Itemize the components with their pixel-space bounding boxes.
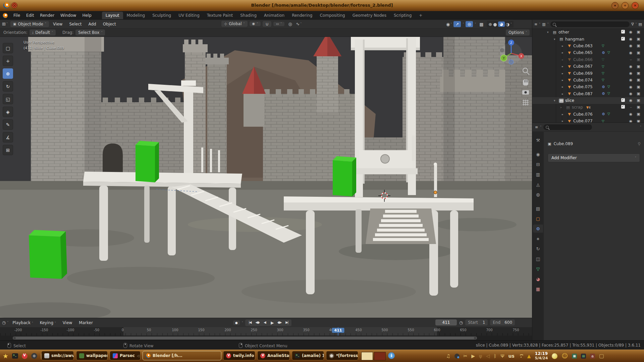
tab-world[interactable]: ◍ [533, 190, 543, 198]
object-name[interactable]: Cube.063 [572, 44, 602, 48]
breadcrumb-object-name[interactable]: Cube.089 [553, 141, 573, 146]
tab-modifiers[interactable]: ⚙ [533, 225, 543, 233]
music-player-tray-icon[interactable]: ♫ [446, 354, 450, 358]
tab-object-data[interactable]: ▽ [533, 265, 543, 273]
keyboard-layout-indicator[interactable]: us [508, 353, 515, 359]
mesh-data-icon[interactable]: ▽ [602, 71, 604, 75]
pivot-point-dropdown[interactable]: ◉ ˅ [250, 21, 261, 26]
object-name[interactable]: Cube.074 [572, 78, 602, 82]
eye-icon[interactable]: ◉ [627, 71, 635, 75]
keying-set-chevron[interactable]: ˅ [242, 321, 243, 324]
ball-tray-icon[interactable] [552, 353, 557, 359]
menu-keying[interactable]: Keying ˅ [37, 319, 59, 326]
camera-icon[interactable]: ▣ [635, 37, 642, 42]
use-preview-range-icon[interactable]: ◷ [459, 320, 463, 325]
calculator-tray-icon[interactable]: ▦ [572, 354, 577, 359]
properties-editor-icon[interactable]: ≡ [535, 125, 538, 129]
show-overlays-toggle[interactable]: ◎ [466, 21, 473, 27]
taskbar-window-twily[interactable]: twily.info ~... [223, 351, 255, 360]
camera-icon[interactable]: ▣ [635, 98, 642, 103]
properties-options-chevron[interactable]: ˅ [640, 126, 641, 129]
eye-icon[interactable]: ◉ [627, 92, 635, 96]
jump-to-end-button[interactable]: ▶| [283, 320, 290, 325]
outliner-row-object[interactable]: ▸ ▼ Cube.067 ▽ ◉▣ [532, 63, 644, 70]
outliner-row-object[interactable]: ▸ ▼ Cube.063 ▽ ◉▣ [532, 43, 644, 49]
new-collection-icon[interactable]: ▤ [639, 22, 642, 26]
timeline-editor-type-icon[interactable]: ◷ [2, 320, 6, 325]
disclosure-icon[interactable]: ▸ [560, 106, 565, 109]
taskbar-window-analiestar[interactable]: AnalieStar ... [257, 351, 290, 360]
snap-toggle[interactable]: ∪ [263, 21, 271, 27]
mesh-data-icon[interactable]: ▽ [607, 92, 610, 96]
taskbar-window-wallpaper[interactable]: wallpaperfl... [76, 351, 108, 360]
workspace-tab-rendering[interactable]: Rendering [288, 12, 316, 19]
frame-end-field[interactable]: End 600 [490, 319, 515, 325]
viewport-3d[interactable]: Z X Y [0, 37, 532, 318]
disclosure-icon[interactable]: ▸ [562, 85, 567, 88]
menu-object[interactable]: Object [100, 21, 119, 27]
tool-add-cube[interactable]: ⊞ [3, 145, 13, 155]
headset-tray-icon[interactable] [454, 354, 460, 359]
tab-render[interactable]: ◉ [533, 150, 543, 158]
timeline-scroll-handle[interactable] [13, 337, 477, 340]
camera-view-icon[interactable] [522, 90, 529, 95]
green-cube-left[interactable] [29, 230, 67, 279]
outliner-row-object[interactable]: ▸ ▼ Cube.069 ▽ ◉▣ [532, 70, 644, 76]
mesh-data-icon[interactable]: ▽ [602, 58, 604, 61]
menu-view[interactable]: View [50, 21, 65, 27]
snap-target-dropdown[interactable]: ▭ ˅ [273, 22, 285, 26]
eye-closed-icon[interactable]: ⌣ [627, 57, 635, 62]
menu-edit[interactable]: Edit [23, 12, 37, 19]
workspace-tab-modeling[interactable]: Modeling [123, 12, 149, 19]
shading-solid-icon[interactable]: ● [493, 22, 497, 26]
workspace-tab-sculpting[interactable]: Sculpting [149, 12, 175, 19]
next-keyframe-button[interactable]: ◆▶ [276, 320, 283, 325]
outliner-row-object[interactable]: ▸ ▼ Cube.076 ⚙▽ ◉▣ [532, 111, 644, 118]
workspace-tab-texture-paint[interactable]: Texture Paint [203, 12, 236, 19]
collection-checkbox[interactable] [621, 98, 625, 102]
object-name[interactable]: Cube.075 [572, 84, 602, 89]
editor-type-chevron[interactable]: ˅ [6, 22, 8, 25]
menu-add[interactable]: Add [86, 21, 99, 27]
info-tray-icon[interactable]: i [388, 352, 395, 359]
xray-toggle[interactable]: ▩ [478, 21, 485, 27]
tab-scene[interactable]: ◬ [533, 180, 543, 188]
workspace-tab-scripting[interactable]: Scripting [390, 12, 415, 19]
camera-icon[interactable]: ▣ [635, 71, 642, 75]
tab-physics[interactable]: ↻ [533, 245, 543, 253]
player-play-tray-icon[interactable]: ▶ [471, 354, 475, 358]
green-cube-guillotine[interactable] [333, 156, 356, 196]
tool-annotate[interactable]: ✎ [3, 119, 13, 130]
disclosure-icon[interactable]: ▸ [562, 78, 567, 82]
properties-search-input[interactable] [543, 124, 592, 130]
usb-tray-icon[interactable]: Ψ [501, 354, 504, 358]
auto-keying-record-button[interactable]: ● [233, 320, 240, 325]
window-titlebar[interactable]: Blender [/home/amalie/Desktop/blender/fo… [0, 0, 644, 11]
shading-material-icon[interactable]: ◕ [498, 21, 505, 27]
outliner-filter-icon[interactable]: ∇ [631, 22, 634, 26]
outliner-row-object[interactable]: ▸ ▼ Cube.075 ⚙▽ ◉▣ [532, 83, 644, 90]
wifi-tray-icon[interactable] [519, 354, 523, 358]
clipboard-scissors-tray-icon[interactable]: ✂ [464, 354, 468, 358]
menu-window[interactable]: Window [57, 12, 79, 19]
workspace-tab-animation[interactable]: Animation [260, 12, 288, 19]
menu-marker[interactable]: Marker [76, 319, 95, 326]
options-dropdown[interactable]: Options ˅ [506, 29, 530, 36]
transform-orientation-dropdown[interactable]: ⊹ Global ˅ [221, 21, 248, 27]
camera-icon[interactable]: ▣ [635, 64, 642, 69]
disclosure-icon[interactable]: ▸ [562, 113, 567, 116]
dictionary-tray-icon[interactable]: a [590, 354, 595, 359]
current-frame-field[interactable]: 411 [435, 319, 457, 325]
toggle-ortho-grid-icon[interactable] [523, 100, 529, 106]
outliner-row-object-hidden[interactable]: ▸ ▼ Cube.066 ▽ ⌣▣ [532, 56, 644, 63]
eye-icon[interactable]: ◉ [627, 30, 635, 35]
tool-transform[interactable]: ◈ [3, 107, 13, 117]
object-name[interactable]: Cube.077 [572, 119, 602, 122]
bluetooth-tray-icon[interactable]: ᛒ [494, 354, 496, 358]
close-button[interactable]: ✕ [632, 2, 639, 9]
terminal-launcher-icon[interactable] [12, 353, 18, 359]
workspace-tab-uv-editing[interactable]: UV Editing [175, 12, 203, 19]
eye-icon[interactable]: ◉ [627, 44, 635, 48]
tool-rotate[interactable]: ↻ [3, 81, 13, 92]
taskbar-window-gimp[interactable]: *[fortress2]... [326, 351, 358, 360]
